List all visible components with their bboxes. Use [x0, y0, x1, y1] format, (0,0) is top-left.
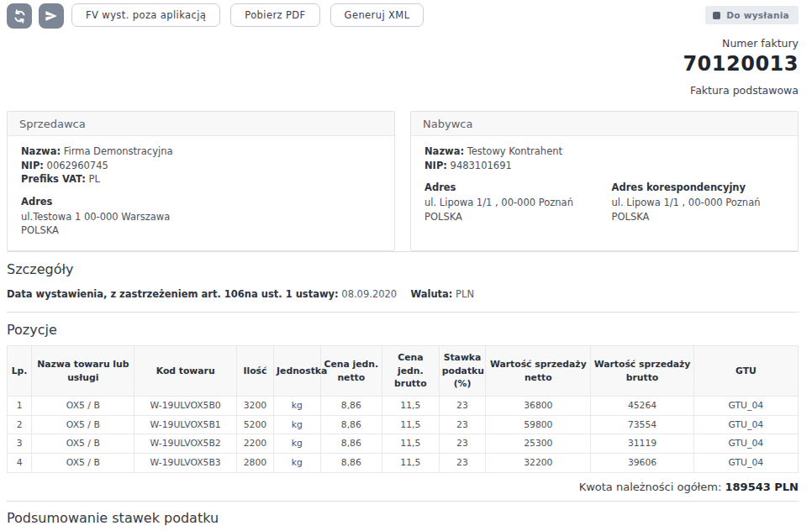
table-cell: OX5 / B — [32, 453, 134, 472]
invoice-type: Faktura podstawowa — [7, 84, 799, 97]
table-cell: GTU_04 — [693, 434, 798, 454]
table-cell: 2 — [8, 415, 32, 434]
refresh-button[interactable] — [7, 3, 32, 29]
table-cell: kg — [274, 453, 321, 472]
seller-name-label: Nazwa: — [21, 145, 61, 157]
status-square-icon — [713, 12, 720, 19]
table-cell: 8,86 — [320, 434, 382, 454]
seller-vat-prefix-row: Prefiks VAT: PL — [21, 173, 381, 186]
table-cell: GTU_04 — [693, 453, 798, 472]
seller-nip-row: NIP: 0062960745 — [21, 160, 381, 172]
invoice-page: FV wyst. poza aplikacją Pobierz PDF Gene… — [0, 0, 812, 531]
table-cell: 31119 — [591, 434, 693, 454]
table-cell: 5200 — [236, 415, 273, 434]
status-badge: Do wysłania — [705, 6, 799, 24]
send-button[interactable] — [39, 3, 64, 29]
column-header: Jednostka — [274, 346, 321, 397]
party-panels: Sprzedawca Nazwa: Firma Demonstracyjna N… — [7, 111, 799, 251]
paper-plane-icon — [45, 9, 58, 23]
table-row: 3OX5 / BW-19ULVOX5B22200kg8,8611,5232530… — [8, 434, 799, 454]
seller-panel-title: Sprzedawca — [8, 112, 394, 136]
table-cell: 8,86 — [320, 397, 382, 416]
table-cell: W-19ULVOX5B1 — [134, 415, 236, 434]
table-cell: kg — [274, 397, 321, 416]
buyer-nip-label: NIP: — [424, 160, 447, 171]
seller-address-line2: POLSKA — [21, 224, 381, 237]
items-table-body: 1OX5 / BW-19ULVOX5B03200kg8,8611,5233680… — [8, 397, 799, 473]
table-cell: 39606 — [591, 453, 693, 472]
total-amount-line: Kwota należności ogółem: 189543 PLN — [7, 481, 799, 493]
currency-pair: Waluta: PLN — [410, 288, 474, 300]
buyer-panel-title: Nabywca — [411, 112, 798, 136]
buyer-nip-value: 9483101691 — [451, 160, 512, 171]
table-cell: 3 — [8, 434, 32, 454]
issue-date-label: Data wystawienia, z zastrzeżeniem art. 1… — [7, 288, 339, 300]
table-cell: 11,5 — [382, 453, 439, 472]
table-cell: 8,86 — [320, 415, 382, 434]
invoice-number: 70120013 — [7, 52, 799, 76]
table-cell: 4 — [8, 453, 32, 472]
table-cell: OX5 / B — [32, 434, 134, 454]
table-cell: GTU_04 — [693, 397, 798, 416]
total-amount-value: 189543 PLN — [725, 481, 799, 493]
column-header: Kod towaru — [134, 346, 236, 397]
buyer-panel: Nabywca Nazwa: Testowy Kontrahent NIP: 9… — [410, 111, 799, 251]
status-badge-label: Do wysłania — [726, 10, 789, 20]
seller-vat-prefix-label: Prefiks VAT: — [21, 173, 86, 185]
table-cell: 23 — [439, 434, 486, 454]
fv-outside-app-button[interactable]: FV wyst. poza aplikacją — [71, 3, 220, 27]
buyer-corr-address-block: Adres korespondencyjny ul. Lipowa 1/1 , … — [612, 181, 761, 224]
items-header-row: Lp.Nazwa towaru lub usługiKod towaruIloś… — [8, 346, 799, 397]
total-amount-label: Kwota należności ogółem: — [579, 481, 722, 493]
table-cell: 8,86 — [320, 453, 382, 472]
table-cell: 45264 — [591, 397, 693, 416]
column-header: Wartość sprzedaży netto — [486, 346, 591, 397]
table-cell: W-19ULVOX5B0 — [134, 397, 236, 416]
buyer-name-row: Nazwa: Testowy Kontrahent — [424, 145, 784, 158]
buyer-panel-body: Nazwa: Testowy Kontrahent NIP: 948310169… — [411, 136, 798, 237]
table-row: 2OX5 / BW-19ULVOX5B15200kg8,8611,5235980… — [8, 415, 799, 434]
currency-value: PLN — [456, 288, 474, 300]
table-cell: 23 — [439, 415, 486, 434]
generate-xml-button[interactable]: Generuj XML — [330, 3, 424, 27]
column-header: Nazwa towaru lub usługi — [32, 346, 134, 397]
download-pdf-button[interactable]: Pobierz PDF — [230, 3, 319, 27]
table-row: 1OX5 / BW-19ULVOX5B03200kg8,8611,5233680… — [8, 397, 799, 416]
table-cell: 32200 — [486, 453, 591, 472]
column-header: Stawka podatku (%) — [439, 346, 486, 397]
table-cell: 23 — [439, 397, 486, 416]
table-cell: 2800 — [236, 453, 273, 472]
divider — [7, 312, 799, 313]
items-table: Lp.Nazwa towaru lub usługiKod towaruIloś… — [7, 345, 799, 472]
seller-name-row: Nazwa: Firma Demonstracyjna — [21, 145, 381, 158]
column-header: GTU — [693, 346, 798, 397]
table-row: 4OX5 / BW-19ULVOX5B32800kg8,8611,5233220… — [8, 453, 799, 472]
issue-date-pair: Data wystawienia, z zastrzeżeniem art. 1… — [7, 288, 410, 300]
buyer-nip-row: NIP: 9483101691 — [424, 160, 784, 172]
seller-name-value: Firma Demonstracyjna — [64, 145, 173, 157]
details-row: Data wystawienia, z zastrzeżeniem art. 1… — [7, 288, 799, 300]
buyer-address-columns: Adres ul. Lipowa 1/1 , 00-000 Poznań POL… — [424, 181, 784, 224]
refresh-icon — [13, 9, 27, 24]
table-cell: W-19ULVOX5B3 — [134, 453, 236, 472]
column-header: Wartość sprzedaży brutto — [591, 346, 693, 397]
invoice-number-label: Numer faktury — [7, 37, 799, 50]
tax-summary-title: Podsumowanie stawek podatku — [7, 510, 799, 526]
toolbar: FV wyst. poza aplikacją Pobierz PDF Gene… — [7, 3, 799, 29]
issue-date-value: 08.09.2020 — [341, 288, 397, 300]
table-cell: OX5 / B — [32, 415, 134, 434]
seller-vat-prefix-value: PL — [89, 173, 100, 185]
table-cell: OX5 / B — [32, 397, 134, 416]
column-header: Cena jedn. brutto — [382, 346, 439, 397]
table-cell: 1 — [8, 397, 32, 416]
divider — [7, 501, 799, 502]
buyer-corr-address-label: Adres korespondencyjny — [612, 181, 761, 194]
table-cell: 23 — [439, 453, 486, 472]
buyer-name-label: Nazwa: — [424, 145, 464, 157]
table-cell: kg — [274, 434, 321, 454]
table-cell: GTU_04 — [693, 415, 798, 434]
buyer-name-value: Testowy Kontrahent — [467, 145, 562, 157]
seller-nip-value: 0062960745 — [47, 160, 108, 171]
buyer-address-line1: ul. Lipowa 1/1 , 00-000 Poznań — [424, 197, 612, 209]
items-section-title: Pozycje — [7, 322, 799, 338]
